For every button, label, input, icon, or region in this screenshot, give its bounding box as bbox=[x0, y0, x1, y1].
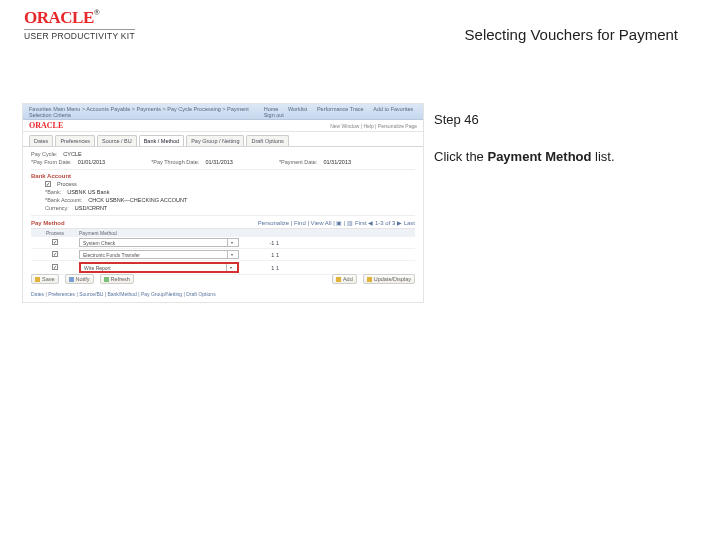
doc-brand-block: ORACLE® USER PRODUCTIVITY KIT bbox=[24, 8, 135, 41]
table-row: System Check▾-1 1 bbox=[31, 237, 415, 249]
payment-method-list[interactable]: Wire Report▾ bbox=[79, 262, 239, 273]
step-instruction: Click the Payment Method list. bbox=[434, 149, 615, 164]
page-tools[interactable]: New Window | Help | Personalize Page bbox=[330, 123, 417, 129]
kit-subtitle: USER PRODUCTIVITY KIT bbox=[24, 29, 135, 41]
pmtdate-label: *Payment Date: bbox=[279, 159, 318, 165]
chevron-down-icon[interactable]: ▾ bbox=[226, 264, 234, 271]
payment-method-value: Electronic Funds Transfer bbox=[83, 252, 140, 258]
payment-method-list[interactable]: Electronic Funds Transfer▾ bbox=[79, 250, 239, 259]
process-checkbox[interactable] bbox=[52, 251, 58, 257]
tab-dates[interactable]: Dates bbox=[29, 135, 53, 146]
embedded-screenshot: Favorites Main Menu > Accounts Payable >… bbox=[22, 103, 424, 303]
save-label: Save bbox=[42, 276, 55, 282]
table-header-row: Process Payment Method bbox=[31, 229, 415, 237]
bank-label: *Bank: bbox=[45, 189, 61, 195]
paymethod-section-title: Pay Method bbox=[31, 220, 65, 226]
save-button[interactable]: Save bbox=[31, 274, 59, 284]
update-display-button[interactable]: Update/Display bbox=[363, 274, 415, 284]
add-icon bbox=[336, 277, 341, 282]
col-method: Payment Method bbox=[79, 230, 239, 236]
addfav-link[interactable]: Add to Favorites bbox=[373, 106, 413, 112]
refresh-label: Refresh bbox=[111, 276, 130, 282]
step-number: Step 46 bbox=[434, 112, 615, 127]
tab-pay-group-netting[interactable]: Pay Group / Netting bbox=[186, 135, 244, 146]
notify-icon bbox=[69, 277, 74, 282]
tab-source-bu[interactable]: Source / BU bbox=[97, 135, 137, 146]
doc-title: Selecting Vouchers for Payment bbox=[465, 26, 678, 43]
payfrom-label: *Pay From Date: bbox=[31, 159, 72, 165]
payfrom-value: 01/01/2013 bbox=[78, 159, 106, 165]
header-links: Home Worklist Performance Trace Add to F… bbox=[256, 106, 417, 117]
currency-value: USD/CRRNT bbox=[75, 205, 107, 211]
bankacct-label: *Bank Account: bbox=[45, 197, 82, 203]
paycycle-value: CYCLE bbox=[63, 151, 81, 157]
app-oracle-logo: ORACLE bbox=[29, 121, 63, 130]
row-counter: 1 1 bbox=[239, 252, 279, 258]
paythru-label: *Pay Through Date: bbox=[151, 159, 199, 165]
registered-mark: ® bbox=[94, 8, 99, 17]
oracle-logo: ORACLE® bbox=[24, 8, 99, 27]
save-icon bbox=[35, 277, 40, 282]
instr-post: list. bbox=[591, 149, 614, 164]
update-icon bbox=[367, 277, 372, 282]
payment-method-value: Wire Report bbox=[84, 265, 111, 271]
tab-draft-options[interactable]: Draft Options bbox=[246, 135, 288, 146]
form-footer: Save Notify Refresh Add Update/Display bbox=[31, 274, 415, 284]
notify-label: Notify bbox=[76, 276, 90, 282]
paymethod-table: Process Payment Method System Check▾-1 1… bbox=[31, 228, 415, 275]
table-row: Wire Report▾1 1 bbox=[31, 261, 415, 275]
form-body: Pay Cycle: CYCLE *Pay From Date: 01/01/2… bbox=[23, 147, 423, 279]
chevron-down-icon[interactable]: ▾ bbox=[227, 239, 235, 246]
app-header-bar: Favorites Main Menu > Accounts Payable >… bbox=[23, 104, 423, 120]
payment-method-value: System Check bbox=[83, 240, 115, 246]
grid-toolbar[interactable]: Personalize | Find | View All | ▣ | ▥ Fi… bbox=[258, 219, 415, 226]
signout-link[interactable]: Sign out bbox=[264, 112, 284, 118]
row-counter: -1 1 bbox=[239, 240, 279, 246]
add-label: Add bbox=[343, 276, 353, 282]
footer-tab-links[interactable]: Dates | Preferences | Source/BU | Bank/M… bbox=[31, 291, 216, 297]
chevron-down-icon[interactable]: ▾ bbox=[227, 251, 235, 258]
bankacct-value: CHCK USBNK—CHECKING ACCOUNT bbox=[88, 197, 187, 203]
process-checkbox[interactable] bbox=[52, 264, 58, 270]
instr-target: Payment Method bbox=[487, 149, 591, 164]
instr-pre: Click the bbox=[434, 149, 487, 164]
currency-label: Currency: bbox=[45, 205, 69, 211]
add-button[interactable]: Add bbox=[332, 274, 357, 284]
payment-method-list[interactable]: System Check▾ bbox=[79, 238, 239, 247]
app-brand-row: ORACLE New Window | Help | Personalize P… bbox=[23, 120, 423, 132]
tab-bank-method[interactable]: Bank / Method bbox=[139, 135, 184, 146]
oracle-logo-text: ORACLE bbox=[24, 8, 94, 27]
process-checkbox[interactable] bbox=[52, 239, 58, 245]
table-row: Electronic Funds Transfer▾1 1 bbox=[31, 249, 415, 261]
breadcrumb: Favorites Main Menu > Accounts Payable >… bbox=[29, 106, 256, 117]
bank-process-checkbox[interactable] bbox=[45, 181, 51, 187]
refresh-icon bbox=[104, 277, 109, 282]
tab-preferences[interactable]: Preferences bbox=[55, 135, 95, 146]
worklist-link[interactable]: Worklist bbox=[288, 106, 307, 112]
paycycle-label: Pay Cycle: bbox=[31, 151, 57, 157]
paythru-value: 01/31/2013 bbox=[205, 159, 233, 165]
update-label: Update/Display bbox=[374, 276, 411, 282]
instruction-panel: Step 46 Click the Payment Method list. bbox=[434, 112, 615, 164]
bank-process-label: Process bbox=[57, 181, 77, 187]
bank-value: USBNK US Bank bbox=[67, 189, 109, 195]
pmtdate-value: 01/31/2013 bbox=[323, 159, 351, 165]
bank-section-title: Bank Account bbox=[31, 169, 415, 179]
notify-button[interactable]: Notify bbox=[65, 274, 94, 284]
refresh-button[interactable]: Refresh bbox=[100, 274, 134, 284]
row-counter: 1 1 bbox=[239, 265, 279, 271]
perf-link[interactable]: Performance Trace bbox=[317, 106, 364, 112]
tab-bar: DatesPreferencesSource / BUBank / Method… bbox=[23, 132, 423, 147]
col-process: Process bbox=[31, 230, 79, 236]
